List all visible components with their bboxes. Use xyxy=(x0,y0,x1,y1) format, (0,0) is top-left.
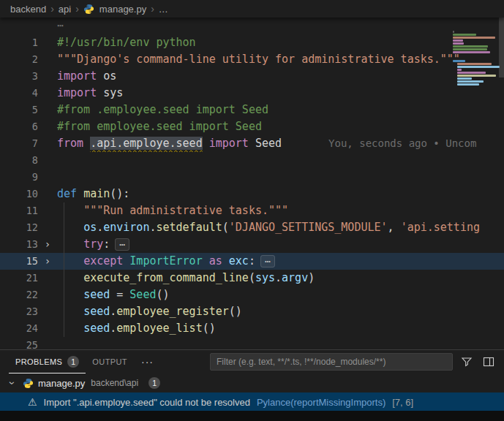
code-line-9[interactable]: 9 xyxy=(0,169,504,186)
breadcrumb-item-api[interactable]: api xyxy=(59,4,71,15)
breadcrumb-separator-icon: › xyxy=(75,3,79,15)
breadcrumb-item-file[interactable]: manage.py xyxy=(99,4,146,15)
line-number[interactable]: 8 xyxy=(0,152,38,169)
line-number[interactable]: 12 xyxy=(0,219,38,236)
line-number[interactable]: 15 xyxy=(0,253,38,270)
line-text: except ImportError as exc:⋯ xyxy=(57,253,504,270)
line-number[interactable]: 1 xyxy=(0,34,38,51)
line-number[interactable]: 23 xyxy=(0,303,38,320)
line-number[interactable]: 22 xyxy=(0,287,38,303)
breadcrumb-separator-icon: › xyxy=(50,3,54,15)
problem-item[interactable]: ⚠ Import ".api.employe.seed" could not b… xyxy=(0,392,504,411)
fold-chevron-icon[interactable]: › xyxy=(38,236,57,253)
code-token: seed xyxy=(83,305,110,318)
line-number[interactable]: 3 xyxy=(0,68,38,85)
code-token xyxy=(203,137,209,150)
minimap-line xyxy=(457,80,484,83)
code-line-7[interactable]: 7from .api.employe.seed import SeedYou, … xyxy=(0,135,504,152)
fold-gutter xyxy=(38,186,57,202)
code-line-25[interactable]: 25 xyxy=(0,337,504,349)
code-token: def xyxy=(57,187,77,200)
code-line-6[interactable]: 6#from employee.seed import Seed xyxy=(0,118,504,135)
line-number[interactable]: 5 xyxy=(0,102,38,118)
code-line-10[interactable]: 10def main(): xyxy=(0,186,504,202)
breadcrumb-item-symbol[interactable]: … xyxy=(159,4,168,15)
code-token: exc xyxy=(229,254,249,268)
code-line-2[interactable]: 2"""Django's command-line utility for ad… xyxy=(0,51,504,68)
code-line-1[interactable]: 1#!/usr/bin/env python xyxy=(0,34,504,51)
code-token: import xyxy=(209,137,249,150)
code-line-15[interactable]: 15› except ImportError as exc:⋯ xyxy=(0,253,504,270)
code-token: , xyxy=(388,221,401,234)
tab-problems[interactable]: PROBLEMS 1 xyxy=(9,350,86,373)
line-text: import os xyxy=(57,68,504,85)
fold-gutter xyxy=(38,337,57,349)
code-line-12[interactable]: 12 os.environ.setdefault('DJANGO_SETTING… xyxy=(0,219,504,236)
code-line-11[interactable]: 11 """Run administrative tasks.""" xyxy=(0,202,504,219)
more-tabs-button[interactable]: ··· xyxy=(134,350,161,373)
python-file-icon xyxy=(22,377,34,389)
window-bottom-edge xyxy=(0,411,504,421)
minimap-line xyxy=(453,45,488,48)
code-editor[interactable]: ⋯1#!/usr/bin/env python2"""Django's comm… xyxy=(0,18,504,349)
line-number[interactable]: 24 xyxy=(0,320,38,337)
code-token xyxy=(57,305,83,318)
line-text xyxy=(57,169,504,186)
line-text: #!/usr/bin/env python xyxy=(57,34,504,51)
code-token: Seed xyxy=(249,137,282,150)
folded-code-ellipsis[interactable]: ⋯ xyxy=(260,255,275,268)
code-token: #from employee.seed import Seed xyxy=(57,120,262,133)
code-line-3[interactable]: 3import os xyxy=(0,68,504,85)
code-line[interactable]: ⋯ xyxy=(0,18,504,34)
line-text: execute_from_command_line(sys.argv) xyxy=(57,270,504,287)
fold-chevron-icon[interactable]: › xyxy=(38,253,57,270)
tab-output[interactable]: OUTPUT xyxy=(86,350,134,373)
fold-gutter xyxy=(38,68,57,85)
problem-source-link[interactable]: Pylance(reportMissingImports) xyxy=(257,397,385,408)
code-line-13[interactable]: 13› try:⋯ xyxy=(0,236,504,253)
minimap-line xyxy=(453,34,476,36)
code-token: (): xyxy=(110,187,129,200)
code-token xyxy=(203,254,209,268)
line-number[interactable]: 2 xyxy=(0,51,38,68)
problem-file-path: backend\api xyxy=(91,378,138,388)
line-number[interactable]: 25 xyxy=(0,337,38,349)
minimap[interactable] xyxy=(453,31,498,89)
line-text: seed.employee_register() xyxy=(57,303,504,320)
open-panel-in-editor-icon[interactable] xyxy=(481,356,497,368)
code-line-21[interactable]: 21 execute_from_command_line(sys.argv) xyxy=(0,270,504,287)
code-line-22[interactable]: 22 seed = Seed() xyxy=(0,287,504,303)
code-lines: ⋯1#!/usr/bin/env python2"""Django's comm… xyxy=(0,18,504,349)
folded-code-ellipsis[interactable]: ⋯ xyxy=(115,238,129,251)
breadcrumb-separator-icon: › xyxy=(151,3,154,15)
minimap-line xyxy=(453,60,465,62)
line-text: #from .employee.seed import Seed xyxy=(57,102,504,118)
code-line-8[interactable]: 8 xyxy=(0,152,504,169)
breadcrumb-item-backend[interactable]: backend xyxy=(10,4,46,15)
line-text: seed.employee_list() xyxy=(57,320,504,337)
problems-filter-input[interactable] xyxy=(210,353,453,371)
code-line-24[interactable]: 24 seed.employee_list() xyxy=(0,320,504,337)
file-problems-badge: 1 xyxy=(148,377,160,389)
code-token: employee_register xyxy=(116,305,229,318)
code-line-23[interactable]: 23 seed.employee_register() xyxy=(0,303,504,320)
python-file-icon xyxy=(83,3,95,15)
line-number[interactable]: 10 xyxy=(0,186,38,202)
scrollbar-thumb[interactable] xyxy=(499,18,504,77)
line-text: ⋯ xyxy=(57,18,504,34)
code-token: . xyxy=(97,221,103,234)
line-number[interactable] xyxy=(0,18,38,34)
code-line-4[interactable]: 4import sys xyxy=(0,85,504,102)
line-number[interactable]: 11 xyxy=(0,202,38,219)
tab-problems-label: PROBLEMS xyxy=(15,357,62,366)
problems-file-row[interactable]: › manage.py backend\api 1 xyxy=(0,373,504,392)
line-number[interactable]: 6 xyxy=(0,118,38,135)
line-number[interactable]: 7 xyxy=(0,135,38,152)
line-number[interactable]: 21 xyxy=(0,270,38,287)
filter-funnel-icon[interactable] xyxy=(459,356,475,368)
code-line-5[interactable]: 5#from .employee.seed import Seed xyxy=(0,102,504,118)
code-token: Seed xyxy=(129,288,156,301)
line-number[interactable]: 13 xyxy=(0,236,38,253)
line-number[interactable]: 9 xyxy=(0,169,38,186)
line-number[interactable]: 4 xyxy=(0,85,38,102)
